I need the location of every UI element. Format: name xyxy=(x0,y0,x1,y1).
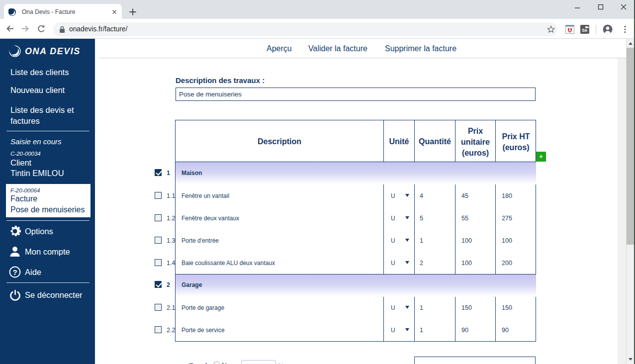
svg-text:?: ? xyxy=(13,268,17,276)
svg-text:Se: Se xyxy=(582,28,587,33)
